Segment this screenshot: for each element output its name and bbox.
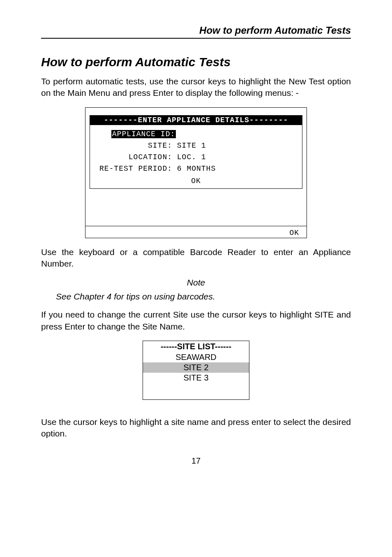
paragraph-keyboard-barcode: Use the keyboard or a compatible Barcode…: [41, 246, 351, 270]
retest-label: RE-TEST PERIOD:: [94, 165, 172, 173]
site-list-item-seaward[interactable]: SEAWARD: [143, 352, 249, 362]
site-list-title: ------SITE LIST------: [143, 341, 249, 352]
lcd-ok-outer[interactable]: OK: [85, 226, 307, 238]
paragraph-change-site: If you need to change the current Site u…: [41, 309, 351, 332]
section-title: How to perform Automatic Tests: [41, 55, 351, 69]
lcd-title-bar: -------ENTER APPLIANCE DETAILS--------: [90, 115, 302, 125]
retest-value[interactable]: 6 MONTHS: [177, 165, 216, 173]
lcd-row-appliance-id: APPLIANCE ID:: [94, 128, 298, 140]
paragraph-intro: To perform automatic tests, use the curs…: [41, 76, 351, 99]
site-value[interactable]: SITE 1: [177, 142, 206, 150]
page-header: How to perform Automatic Tests: [41, 25, 351, 39]
lcd-row-location: LOCATION: LOC. 1: [94, 151, 298, 163]
note-text: See Chapter 4 for tips on using barcodes…: [41, 292, 351, 302]
lcd-row-site: SITE: SITE 1: [94, 140, 298, 151]
note-label: Note: [41, 278, 351, 288]
lcd-ok-inner[interactable]: OK: [94, 174, 298, 187]
lcd-inner-panel: APPLIANCE ID: SITE: SITE 1 LOCATION: LOC…: [90, 125, 302, 189]
site-list-item-site2[interactable]: SITE 2: [143, 362, 249, 373]
site-list-item-site3[interactable]: SITE 3: [143, 373, 249, 383]
location-label: LOCATION:: [94, 153, 172, 161]
site-label: SITE:: [94, 142, 172, 150]
lcd-row-retest: RE-TEST PERIOD: 6 MONTHS: [94, 163, 298, 174]
site-list-empty-space: [143, 383, 249, 399]
appliance-id-label: APPLIANCE ID:: [111, 130, 176, 138]
page-number: 17: [41, 456, 351, 466]
paragraph-select-site: Use the cursor keys to highlight a site …: [41, 416, 351, 440]
site-list-box: ------SITE LIST------ SEAWARD SITE 2 SIT…: [143, 341, 249, 400]
location-value[interactable]: LOC. 1: [177, 153, 206, 161]
appliance-details-screen: -------ENTER APPLIANCE DETAILS-------- A…: [85, 107, 307, 238]
